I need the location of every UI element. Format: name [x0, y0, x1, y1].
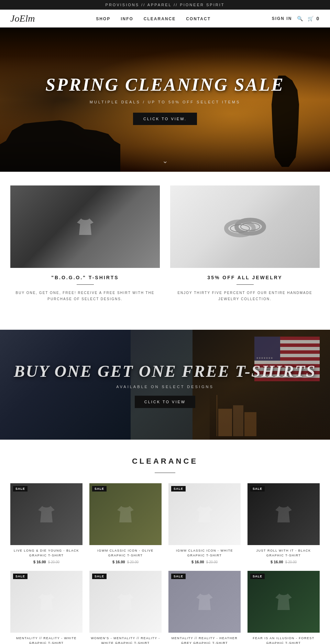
sale-badge: SALE	[171, 486, 186, 492]
scroll-down-icon[interactable]: ⌄	[162, 157, 168, 165]
product-name: WOMEN'S - MENTALITY // REALITY - WHITE G…	[89, 636, 162, 644]
sale-badge: SALE	[13, 486, 28, 492]
nav-icons: 🔍 🛒 0	[297, 16, 320, 21]
clearance-section: CLEARANCE SALELIVE LONG & DIE YOUNG - BL…	[0, 440, 330, 644]
price-original: $ 20.00	[206, 560, 218, 564]
price-current: $ 16.00	[33, 560, 46, 564]
product-name: JUST ROLL WITH IT - BLACK GRAPHIC T-SHIR…	[248, 549, 320, 558]
nav-link-shop[interactable]: SHOP	[96, 16, 110, 21]
product-name: MENTALITY // REALITY - HEATHER GREY GRAP…	[168, 636, 241, 644]
bogo-content: BUY ONE GET ONE FREE T-SHIRTS AVAILABLE …	[14, 362, 316, 408]
product-image: SALE	[89, 483, 162, 545]
hero-title: SPRING CLEANING SALE	[45, 75, 284, 95]
product-price: $ 16.00$ 20.00	[248, 560, 320, 564]
hero-subtitle: MULTIPLE DEALS / UP TO 50% OFF SELECT IT…	[45, 100, 284, 104]
cart-icon[interactable]: 🛒 0	[308, 16, 320, 21]
promo-jewelry-image	[170, 185, 320, 268]
sale-badge: SALE	[92, 574, 107, 579]
product-image: SALE	[168, 571, 241, 633]
promo-jewelry-divider	[236, 284, 254, 285]
price-original: $ 20.00	[48, 560, 59, 564]
product-card[interactable]: SALEFEAR IS AN ILLUSION - FOREST GRAPHIC…	[248, 571, 320, 644]
hero-content: SPRING CLEANING SALE MULTIPLE DEALS / UP…	[45, 75, 284, 125]
product-name: FEAR IS AN ILLUSION - FOREST GRAPHIC T-S…	[248, 636, 320, 644]
sale-badge: SALE	[13, 574, 28, 579]
nav-item-shop[interactable]: SHOP	[96, 15, 110, 22]
nav-links: SHOP INFO CLEARANCE CONTACT	[96, 15, 211, 22]
price-original: $ 20.00	[127, 560, 139, 564]
promo-tshirt-title: "B.O.G.O." T-SHIRTS	[51, 275, 119, 280]
product-name: LIVE LONG & DIE YOUNG - BLACK GRAPHIC T-…	[10, 549, 82, 558]
product-image: SALE	[89, 571, 162, 633]
promo-jewelry-title: 35% OFF ALL JEWELRY	[207, 275, 282, 280]
banner-text: PROVISIONS // APPAREL // PIONEER SPIRIT	[106, 3, 225, 7]
product-card[interactable]: SALELIVE LONG & DIE YOUNG - BLACK GRAPHI…	[10, 483, 82, 564]
price-current: $ 16.00	[112, 560, 125, 564]
hero-section: SPRING CLEANING SALE MULTIPLE DEALS / UP…	[0, 27, 330, 172]
bogo-title: BUY ONE GET ONE FREE T-SHIRTS	[14, 362, 316, 381]
clearance-divider	[155, 473, 175, 473]
product-card[interactable]: SALEIGWM CLASSIC ICON - WHITE GRAPHIC T-…	[168, 483, 241, 564]
sign-in-link[interactable]: SIGN IN	[272, 16, 292, 21]
sale-badge: SALE	[250, 574, 265, 579]
cart-count: 0	[316, 16, 320, 21]
bogo-subtitle: AVAILABLE ON SELECT DESIGNS	[14, 385, 316, 389]
spacer	[0, 316, 330, 330]
bogo-cta-button[interactable]: CLICK TO VIEW	[135, 396, 196, 408]
product-price: $ 16.00$ 20.00	[168, 560, 241, 564]
search-icon[interactable]: 🔍	[297, 16, 304, 21]
product-image: SALE	[248, 571, 320, 633]
promo-tshirt-image	[10, 185, 160, 268]
product-card[interactable]: SALEJUST ROLL WITH IT - BLACK GRAPHIC T-…	[248, 483, 320, 564]
nav-link-info[interactable]: INFO	[121, 16, 133, 21]
product-card[interactable]: SALEWOMEN'S - MENTALITY // REALITY - WHI…	[89, 571, 162, 644]
nav-link-clearance[interactable]: CLEARANCE	[144, 16, 176, 21]
nav-link-contact[interactable]: CONTACT	[186, 16, 211, 21]
price-current: $ 16.00	[191, 560, 204, 564]
bogo-section: ★★★★★★★ BUY ONE GET ONE FREE T-SHIRTS AV…	[0, 330, 330, 440]
product-card[interactable]: SALEMENTALITY // REALITY - HEATHER GREY …	[168, 571, 241, 644]
price-original: $ 20.00	[285, 560, 297, 564]
promo-section: "B.O.G.O." T-SHIRTS BUY ONE, GET ONE, FR…	[0, 172, 330, 316]
nav-item-contact[interactable]: CONTACT	[186, 15, 211, 22]
sale-badge: SALE	[92, 486, 107, 492]
promo-jewelry-desc: ENJOY THIRTY FIVE PERCENT OFF OUR ENTIRE…	[170, 290, 320, 302]
product-name: MENTALITY // REALITY - WHITE GRAPHIC T-S…	[10, 636, 82, 644]
products-grid: SALELIVE LONG & DIE YOUNG - BLACK GRAPHI…	[10, 483, 320, 644]
top-banner: PROVISIONS // APPAREL // PIONEER SPIRIT	[0, 0, 330, 10]
product-price: $ 16.00$ 20.00	[89, 560, 162, 564]
product-name: IGWM CLASSIC ICON - OLIVE GRAPHIC T-SHIR…	[89, 549, 162, 558]
sale-badge: SALE	[250, 486, 265, 492]
promo-tshirt-desc: BUY ONE, GET ONE, FREE! RECEIVE A FREE S…	[10, 290, 160, 302]
product-image: SALE	[168, 483, 241, 545]
promo-col-tshirt: "B.O.G.O." T-SHIRTS BUY ONE, GET ONE, FR…	[10, 185, 160, 302]
svg-text:★★★★★★★: ★★★★★★★	[256, 357, 273, 360]
product-card[interactable]: SALEMENTALITY // REALITY - WHITE GRAPHIC…	[10, 571, 82, 644]
site-logo[interactable]: JoElm	[10, 13, 35, 24]
promo-tshirt-divider	[77, 284, 94, 285]
product-image: SALE	[10, 483, 82, 545]
price-current: $ 16.00	[271, 560, 283, 564]
sale-badge: SALE	[171, 574, 186, 579]
nav-item-clearance[interactable]: CLEARANCE	[144, 15, 176, 22]
clearance-title: CLEARANCE	[10, 457, 320, 466]
product-image: SALE	[248, 483, 320, 545]
promo-col-jewelry: 35% OFF ALL JEWELRY ENJOY THIRTY FIVE PE…	[170, 185, 320, 302]
hero-cta-button[interactable]: CLICK TO VIEW.	[133, 113, 197, 125]
nav-right: SIGN IN 🔍 🛒 0	[272, 16, 320, 21]
nav-item-info[interactable]: INFO	[121, 15, 133, 22]
product-image: SALE	[10, 571, 82, 633]
product-name: IGWM CLASSIC ICON - WHITE GRAPHIC T-SHIR…	[168, 549, 241, 558]
product-price: $ 16.00$ 20.00	[10, 560, 82, 564]
navigation: JoElm SHOP INFO CLEARANCE CONTACT SIGN I…	[0, 10, 330, 27]
product-card[interactable]: SALEIGWM CLASSIC ICON - OLIVE GRAPHIC T-…	[89, 483, 162, 564]
